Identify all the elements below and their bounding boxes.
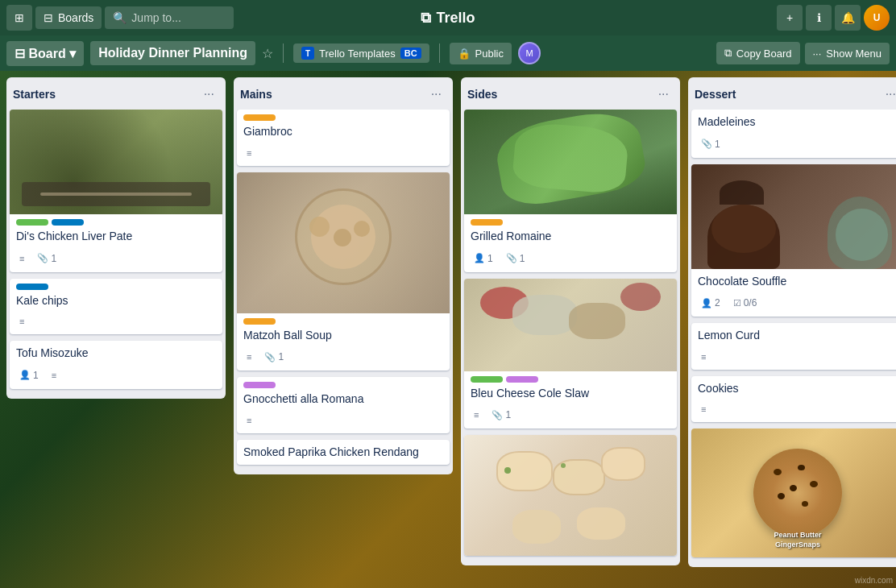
- card-title: Di's Chicken Liver Pate: [16, 229, 216, 245]
- card-footer: 👤 2 ☑ 0/6: [698, 292, 896, 315]
- add-button[interactable]: +: [777, 5, 803, 31]
- column-menu-button-mains[interactable]: ···: [426, 85, 446, 103]
- description-icon: ≡: [247, 352, 251, 362]
- info-icon: ℹ: [817, 11, 821, 24]
- separator-2: [439, 43, 440, 63]
- attachment-count: 1: [51, 253, 56, 264]
- chevron-down-icon: ▾: [69, 47, 76, 60]
- card-tofu[interactable]: Tofu Misozuke 👤 1 ≡: [10, 341, 222, 389]
- member-count: 2: [715, 297, 720, 308]
- board-type-button[interactable]: ⊟ Board ▾: [6, 41, 84, 66]
- lock-icon: 🔒: [458, 48, 471, 60]
- description-icon: ≡: [19, 254, 24, 263]
- label-purple: [243, 382, 276, 388]
- bc-badge: BC: [400, 48, 421, 59]
- card-body: Chocolate Souffle 👤 2 ☑ 0/6: [691, 269, 896, 317]
- card-title: Gnocchetti alla Romana: [243, 391, 443, 408]
- board-title: Holiday Dinner Planning: [98, 46, 247, 60]
- description-icon: ≡: [247, 148, 251, 158]
- column-menu-button-sides[interactable]: ···: [653, 85, 674, 103]
- trello-logo-icon: ⧉: [421, 10, 431, 27]
- search-button[interactable]: 🔍 Jump to...: [105, 6, 234, 29]
- member-badge: 👤 2: [698, 296, 724, 310]
- card-labels: [471, 219, 670, 226]
- cards-starters: Di's Chicken Liver Pate ≡ 📎 1: [6, 110, 226, 399]
- description-badge: ≡: [471, 408, 482, 421]
- label-blue: [16, 284, 48, 290]
- card-footer: 👤 1 📎 1: [471, 248, 670, 271]
- card-footer: ≡ 📎 1: [471, 404, 670, 427]
- card-lemon-curd[interactable]: Lemon Curd ≡: [691, 323, 896, 370]
- notification-button[interactable]: 🔔: [835, 5, 861, 31]
- card-body: Gnocchetti alla Romana ≡: [237, 377, 450, 433]
- show-menu-button[interactable]: ··· Show Menu: [805, 43, 890, 64]
- card-sides-image[interactable]: [464, 435, 677, 556]
- board-type-icon: ⊟: [15, 47, 25, 60]
- card-kale-chips[interactable]: Kale chips ≡: [10, 279, 222, 335]
- card-title: Bleu Cheese Cole Slaw: [471, 386, 670, 402]
- card-labels: [243, 382, 443, 388]
- column-menu-button-dessert[interactable]: ···: [881, 85, 896, 103]
- bell-icon: 🔔: [841, 11, 855, 24]
- star-icon: ☆: [262, 47, 273, 60]
- card-matzoh[interactable]: Matzoh Ball Soup ≡ 📎 1: [237, 172, 450, 371]
- template-badge[interactable]: T Trello Templates BC: [293, 43, 429, 63]
- card-cookies[interactable]: Cookies ≡: [691, 376, 896, 423]
- card-body: Matzoh Ball Soup ≡ 📎 1: [237, 313, 450, 371]
- column-sides: Sides ··· Grilled Romaine: [461, 77, 680, 565]
- info-button[interactable]: ℹ: [806, 5, 832, 31]
- checklist-badge: ☑ 0/6: [730, 296, 761, 310]
- description-badge: ≡: [16, 315, 27, 328]
- card-chocolate-souffle[interactable]: Chocolate Souffle 👤 2 ☑ 0/6: [691, 164, 896, 317]
- board-header-right: ⧉ Copy Board ··· Show Menu: [716, 42, 890, 64]
- star-button[interactable]: ☆: [262, 46, 273, 61]
- cards-dessert: Madeleines 📎 1: [688, 110, 896, 567]
- boards-button[interactable]: ⊟ Boards: [35, 6, 102, 29]
- card-giambroc[interactable]: Giambroc ≡: [237, 110, 450, 166]
- board-title-button[interactable]: Holiday Dinner Planning: [90, 41, 255, 65]
- card-labels: [16, 284, 216, 290]
- description-badge: ≡: [48, 369, 60, 382]
- board-content: Starters ··· Di's Chicken Liver Pate: [0, 71, 896, 588]
- attachment-count: 1: [520, 253, 525, 264]
- label-green: [471, 376, 503, 383]
- description-badge: ≡: [698, 350, 709, 363]
- attachment-icon: 📎: [37, 253, 48, 263]
- menu-icon: ···: [813, 48, 822, 60]
- user-avatar[interactable]: U: [864, 5, 890, 31]
- member-avatar[interactable]: M: [518, 42, 541, 64]
- label-purple: [506, 376, 538, 383]
- column-header-mains: Mains ···: [234, 77, 453, 110]
- attachment-icon: 📎: [701, 139, 712, 149]
- card-title: Smoked Paprika Chicken Rendang: [243, 445, 443, 461]
- attachment-badge: 📎 1: [261, 350, 287, 364]
- card-madeleines[interactable]: Madeleines 📎 1: [691, 110, 896, 158]
- copy-board-button[interactable]: ⧉ Copy Board: [716, 42, 800, 64]
- card-body: Lemon Curd ≡: [691, 323, 896, 370]
- trello-template-logo: T: [301, 47, 314, 60]
- card-footer: ≡: [698, 347, 896, 368]
- column-menu-button-starters[interactable]: ···: [199, 85, 219, 103]
- member-count: 1: [33, 370, 39, 381]
- card-gnocchetti[interactable]: Gnocchetti alla Romana ≡: [237, 377, 450, 433]
- member-icon: 👤: [19, 370, 31, 380]
- card-chicken-rendang[interactable]: Smoked Paprika Chicken Rendang: [237, 440, 450, 466]
- top-nav: ⊞ ⊟ Boards 🔍 Jump to... ⧉ Trello + ℹ 🔔 U: [0, 0, 896, 35]
- card-coleslaw[interactable]: Bleu Cheese Cole Slaw ≡ 📎 1: [464, 279, 677, 429]
- checklist-count: 0/6: [744, 297, 757, 308]
- card-grilled-romaine[interactable]: Grilled Romaine 👤 1 📎 1: [464, 110, 677, 272]
- card-title: Grilled Romaine: [471, 229, 670, 245]
- home-button[interactable]: ⊞: [6, 5, 32, 31]
- visibility-button[interactable]: 🔒 Public: [450, 43, 512, 64]
- card-cookie-image[interactable]: Peanut ButterGingerSnaps: [691, 429, 896, 557]
- card-body: Giambroc ≡: [237, 110, 450, 166]
- card-body: Grilled Romaine 👤 1 📎 1: [464, 214, 677, 272]
- label-orange: [243, 114, 276, 121]
- card-dis-chicken[interactable]: Di's Chicken Liver Pate ≡ 📎 1: [10, 110, 222, 272]
- description-icon: ≡: [701, 404, 706, 414]
- card-title: Cookies: [698, 381, 896, 397]
- card-title: Kale chips: [16, 293, 216, 309]
- card-title: Lemon Curd: [698, 328, 896, 344]
- attachment-icon: 📎: [506, 253, 517, 263]
- home-icon: ⊞: [15, 11, 24, 24]
